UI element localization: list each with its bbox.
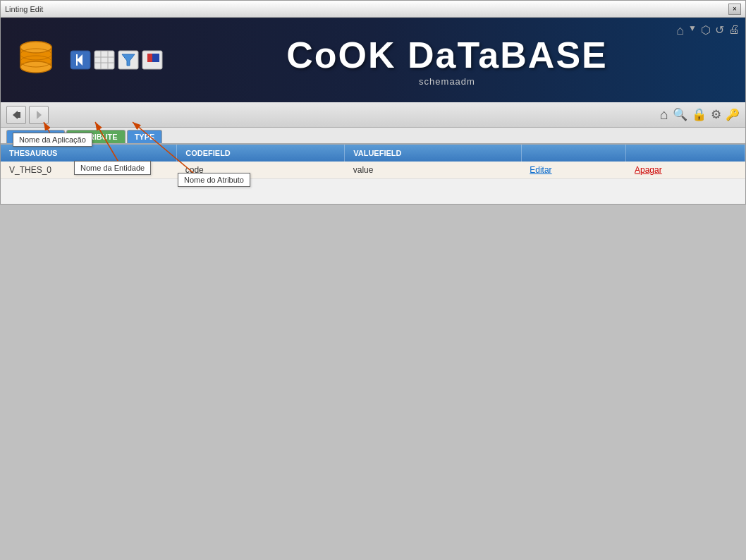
nav-left-buttons [6, 106, 49, 124]
nav-back-icon[interactable] [70, 50, 91, 70]
nav-toolbar: ⌂ 🔍 🔒 ⚙ 🔑 [1, 102, 745, 128]
col-thesaurus: THESAURUS [1, 145, 177, 162]
cell-edit: Editar [521, 162, 626, 179]
app-header: CoOK DaTaBASE schemaadm ⌂ ▼ ⬡ ↺ 🖨 [1, 18, 745, 102]
logo-area [15, 39, 163, 81]
home-icon[interactable]: ⌂ [676, 23, 684, 38]
top-right-icons: ⌂ ▼ ⬡ ↺ 🖨 [676, 23, 740, 38]
dropdown-arrow-icon[interactable]: ▼ [688, 23, 697, 38]
svg-marker-21 [37, 111, 42, 119]
filter-icon[interactable] [118, 50, 139, 70]
cell-valuefield: value [345, 162, 522, 179]
nav-right-icons: ⌂ 🔍 🔒 ⚙ 🔑 [660, 106, 740, 123]
back-arrow-icon [11, 110, 22, 120]
delete-link[interactable]: Apagar [635, 165, 662, 175]
col-valuefield: VALUEFIELD [345, 145, 522, 162]
close-button[interactable]: × [728, 4, 741, 15]
svg-marker-19 [13, 111, 18, 119]
svg-rect-18 [152, 54, 159, 62]
svg-rect-9 [94, 51, 114, 69]
toolbar-icons [70, 50, 163, 70]
database-icon [15, 39, 57, 81]
table-row: V_THES_0 code value Editar Apagar [1, 162, 745, 179]
title-bar: Linting Edit × [1, 1, 745, 18]
tab-attribute[interactable]: ATTRIBUTE [66, 130, 126, 143]
main-window: Linting Edit × [0, 0, 746, 205]
col-codefield: CODEFIELD [177, 145, 345, 162]
app-subtitle: schemaadm [419, 76, 475, 87]
nav-settings-icon[interactable]: ⚙ [711, 107, 721, 122]
nav-lock-icon[interactable]: 🔒 [692, 107, 707, 122]
app-title-area: CoOK DaTaBASE schemaadm [163, 34, 731, 87]
col-actions-2 [626, 145, 745, 162]
nav-key-icon[interactable]: 🔑 [726, 108, 740, 121]
main-content: THESAURUS CODEFIELD VALUEFIELD V_THES_0 … [1, 145, 745, 179]
data-table: THESAURUS CODEFIELD VALUEFIELD V_THES_0 … [1, 145, 745, 179]
cell-codefield: code [177, 162, 345, 179]
tab-type[interactable]: TYPE [127, 130, 163, 143]
tab-bar: DBManager ATTRIBUTE TYPE [1, 128, 745, 145]
cell-delete: Apagar [626, 162, 745, 179]
edit-link[interactable]: Editar [530, 165, 551, 175]
nav-search-icon[interactable]: 🔍 [673, 107, 687, 122]
forward-button[interactable] [29, 106, 49, 124]
app-title: CoOK DaTaBASE [286, 34, 608, 76]
tab-dbmanager[interactable]: DBManager [6, 130, 65, 143]
back-button[interactable] [6, 106, 26, 124]
print-icon[interactable]: 🖨 [728, 23, 740, 38]
refresh-icon[interactable]: ↺ [715, 23, 724, 38]
window-title: Linting Edit [5, 5, 43, 13]
cell-thesaurus: V_THES_0 [1, 162, 177, 179]
search-icon[interactable]: ⬡ [701, 23, 711, 38]
table-header-row: THESAURUS CODEFIELD VALUEFIELD [1, 145, 745, 162]
svg-point-3 [20, 42, 51, 53]
forward-arrow-icon [33, 110, 44, 120]
nav-home-icon[interactable]: ⌂ [660, 106, 668, 123]
grid-icon[interactable] [94, 50, 115, 70]
svg-rect-20 [18, 112, 20, 118]
bookmark-icon[interactable] [142, 50, 163, 70]
col-actions-1 [521, 145, 626, 162]
